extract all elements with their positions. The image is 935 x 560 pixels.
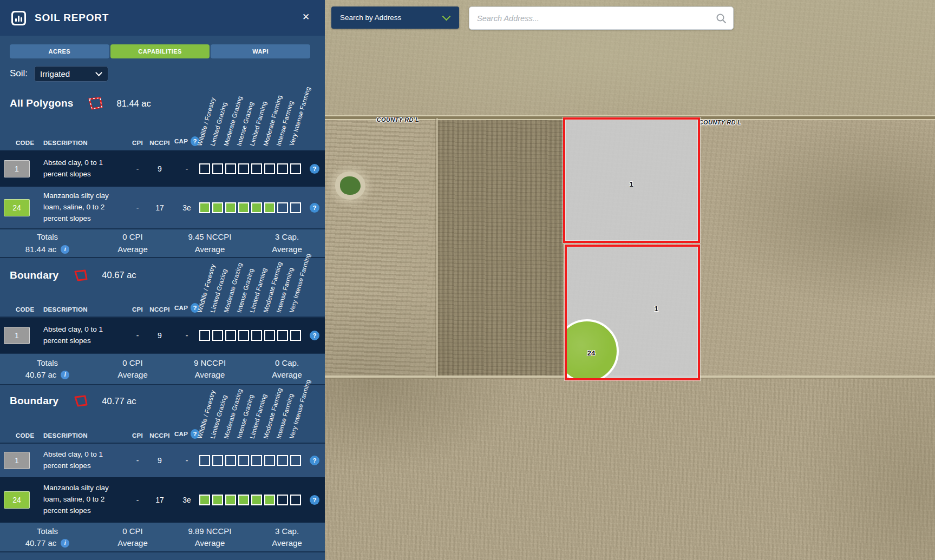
- soil-description: Absted clay, 0 to 1 percent slopes: [34, 449, 130, 472]
- table-header: CODE DESCRIPTION CPI NCCPI CAP? Wildlife…: [0, 417, 325, 444]
- help-icon[interactable]: ?: [191, 136, 199, 146]
- section-all-polygons-header: All Polygons 81.44 ac: [0, 89, 325, 118]
- col-description: DESCRIPTION: [34, 140, 130, 150]
- totals-acres: 81.44 ac: [25, 243, 57, 256]
- capability-box: [199, 202, 210, 213]
- cap-value: -: [174, 331, 199, 340]
- capability-box: [277, 455, 288, 466]
- nccpi-value: 9: [145, 164, 174, 173]
- info-icon[interactable]: i: [61, 539, 69, 548]
- soil-code-chip: 1: [4, 452, 30, 469]
- tab-wapi[interactable]: WAPI: [211, 44, 310, 58]
- search-type-label: Search by Address: [331, 14, 443, 22]
- help-icon[interactable]: ?: [310, 203, 319, 213]
- soil-code-chip: 1: [4, 327, 30, 344]
- cpi-value: -: [130, 203, 145, 212]
- help-icon[interactable]: ?: [191, 303, 199, 313]
- capability-box: [199, 163, 210, 174]
- info-icon[interactable]: i: [61, 245, 69, 254]
- cpi-value: -: [130, 496, 145, 504]
- capability-boxes: [199, 330, 304, 341]
- capability-box: [225, 163, 236, 174]
- soil-code-chip: 24: [4, 199, 30, 216]
- capability-box: [264, 202, 275, 213]
- soil-row-1[interactable]: 1 Absted clay, 0 to 1 percent slopes - 9…: [0, 444, 325, 477]
- cap-value: 3e: [174, 496, 199, 504]
- nccpi-value: 17: [145, 496, 174, 504]
- capability-box: [290, 330, 301, 341]
- capability-box: [212, 330, 223, 341]
- soil-description: Manzanola silty clay loam, saline, 0 to …: [34, 190, 130, 225]
- soil-select[interactable]: Irrigated: [34, 66, 108, 82]
- capability-box: [277, 495, 288, 505]
- help-icon[interactable]: ?: [310, 164, 319, 174]
- soil-row-24[interactable]: 24 Manzanola silty clay loam, saline, 0 …: [0, 477, 325, 522]
- soil-selector-row: Soil: Irrigated: [10, 66, 325, 81]
- terrain-dark-band: [437, 118, 563, 377]
- capability-box: [238, 330, 249, 341]
- tab-acres[interactable]: ACRES: [10, 44, 109, 58]
- all-polygons-icon: [87, 96, 103, 110]
- soil-row-1[interactable]: 1 Absted clay, 0 to 1 percent slopes - 9…: [0, 318, 325, 353]
- col-cpi: CPI: [130, 432, 145, 443]
- col-cap: CAP?: [174, 429, 199, 443]
- soil-row-24[interactable]: 24 Manzanola silty clay loam, saline, 0 …: [0, 187, 325, 228]
- col-description: DESCRIPTION: [34, 432, 130, 443]
- capability-box: [199, 330, 210, 341]
- totals-row: Totals 40.67 aci 0 CPIAverage 9 NCCPIAve…: [0, 353, 325, 385]
- map[interactable]: COUNTY RD L COUNTY RD L 1 1 24 Search by…: [325, 0, 935, 560]
- capability-box: [212, 455, 223, 466]
- soil-row-1[interactable]: 1 Absted clay, 0 to 1 percent slopes - 9…: [0, 151, 325, 187]
- help-icon[interactable]: ?: [310, 456, 319, 465]
- col-code: CODE: [0, 140, 34, 150]
- search-box: [469, 6, 734, 30]
- close-icon[interactable]: ✕: [300, 11, 312, 23]
- cap-value: 3e: [174, 203, 199, 212]
- capability-box: [212, 495, 223, 505]
- capability-box: [277, 202, 288, 213]
- tab-capabilities[interactable]: CAPABILITIES: [110, 44, 210, 58]
- capability-box: [225, 202, 236, 213]
- soil-description: Absted clay, 0 to 1 percent slopes: [34, 157, 130, 180]
- capability-box: [212, 163, 223, 174]
- parcel-south-label: 1: [654, 305, 658, 313]
- cpi-value: -: [130, 331, 145, 340]
- capability-box: [238, 455, 249, 466]
- capability-box: [277, 163, 288, 174]
- col-cap: CAP?: [174, 136, 199, 150]
- road-label-right: COUNTY RD L: [699, 119, 741, 126]
- capability-box: [264, 455, 275, 466]
- help-icon[interactable]: ?: [310, 331, 319, 340]
- help-icon[interactable]: ?: [191, 429, 199, 439]
- road-label-left: COUNTY RD L: [377, 116, 419, 123]
- section-acres: 40.77 ac: [102, 396, 136, 406]
- col-cpi: CPI: [130, 306, 145, 317]
- cap-value: -: [174, 164, 199, 173]
- chevron-down-icon: [442, 12, 451, 21]
- panel-header: SOIL REPORT ✕: [0, 0, 325, 36]
- parcel-north-label: 1: [629, 180, 633, 188]
- cpi-value: -: [130, 164, 145, 173]
- search-icon[interactable]: [716, 13, 727, 24]
- capability-box: [225, 495, 236, 505]
- boundary-icon: [73, 394, 89, 408]
- col-nccpi: NCCPI: [145, 306, 174, 317]
- pond: [340, 176, 361, 195]
- capability-box: [199, 495, 210, 505]
- capability-boxes: [199, 495, 304, 505]
- table-header: CODE DESCRIPTION CPI NCCPI CAP? Wildlife…: [0, 292, 325, 318]
- totals-acres: 40.77 ac: [25, 537, 57, 550]
- section-boundary-2-header: Boundary 40.77 ac: [0, 385, 325, 417]
- totals-acres: 40.67 ac: [25, 369, 57, 381]
- capability-box: [264, 495, 275, 505]
- parcel-south[interactable]: 1 24: [565, 245, 700, 380]
- nccpi-value: 9: [145, 456, 174, 465]
- search-address-input[interactable]: [469, 14, 716, 23]
- capability-box: [251, 163, 262, 174]
- search-type-dropdown[interactable]: Search by Address: [331, 6, 459, 29]
- help-icon[interactable]: ?: [310, 495, 319, 505]
- capability-boxes: [199, 455, 304, 466]
- parcel-north[interactable]: 1: [563, 117, 700, 243]
- section-heading: Boundary: [10, 269, 58, 281]
- info-icon[interactable]: i: [61, 371, 69, 379]
